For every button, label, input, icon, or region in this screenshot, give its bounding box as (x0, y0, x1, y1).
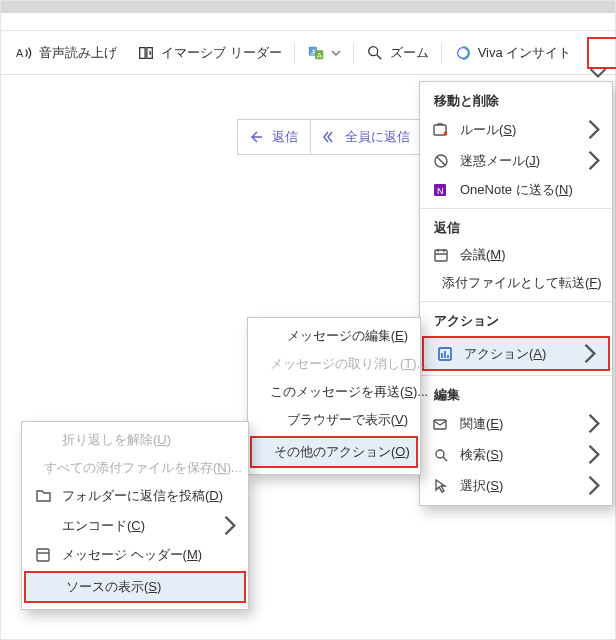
search-icon (432, 446, 450, 464)
select-icon (432, 477, 450, 495)
menu-item-other-actions[interactable]: その他のアクション(O) (252, 438, 416, 466)
viva-insights-label: Viva インサイト (478, 44, 572, 62)
blank-icon (260, 327, 277, 345)
chevron-down-icon (331, 44, 341, 62)
menu-item-message-header[interactable]: メッセージ ヘッダー(M) (22, 541, 248, 569)
reply-bar: 返信 全員に返信 (237, 119, 423, 155)
svg-text:A: A (317, 50, 322, 59)
related-icon (432, 415, 450, 433)
menu-item-label: アクション(A) (464, 345, 546, 363)
immersive-reader-icon (137, 44, 155, 62)
menu-item-edit-message[interactable]: メッセージの編集(E) (248, 322, 420, 350)
junk-icon (432, 152, 450, 170)
menu-item-recall-message: メッセージの取り消し(T)... (248, 350, 420, 378)
menu-item-view-browser[interactable]: ブラウザーで表示(V) (248, 406, 420, 434)
highlight-more-button (587, 37, 616, 69)
chevron-right-icon (586, 475, 600, 496)
svg-text:N: N (437, 186, 444, 196)
svg-rect-23 (37, 549, 49, 561)
blank-icon (34, 431, 52, 449)
viva-insights-icon (454, 44, 472, 62)
more-menu: 移動と削除 ルール(S) 迷惑メール(J) N OneNote に送る(N) 返… (419, 81, 613, 506)
section-edit: 編集 (420, 380, 612, 408)
blank-icon (260, 411, 277, 429)
reply-button[interactable]: 返信 (238, 120, 311, 154)
ribbon-collapse-chevron[interactable] (589, 65, 607, 79)
more-button[interactable] (591, 41, 616, 65)
reply-icon (250, 129, 266, 145)
chevron-right-icon (222, 515, 236, 536)
menu-item-rules[interactable]: ルール(S) (420, 114, 612, 145)
chevron-right-icon (586, 119, 600, 140)
onenote-icon: N (432, 181, 450, 199)
blank-icon (38, 578, 56, 596)
chevron-right-icon (586, 444, 600, 465)
menu-item-resend-message[interactable]: このメッセージを再送(S)... (248, 378, 420, 406)
menu-item-label: 迷惑メール(J) (460, 152, 540, 170)
menu-item-label: ブラウザーで表示(V) (287, 411, 408, 429)
menu-item-unflag: 折り返しを解除(U) (22, 426, 248, 454)
ribbon-toolbar: A 音声読み上げ イマーシブ リーダー あA ズーム (1, 31, 615, 75)
highlight-actions: アクション(A) (422, 336, 610, 371)
highlight-other-actions: その他のアクション(O) (250, 436, 418, 468)
menu-item-label: このメッセージを再送(S)... (270, 383, 428, 401)
svg-rect-9 (434, 125, 446, 135)
menu-item-label: メッセージ ヘッダー(M) (62, 546, 202, 564)
actions-submenu: メッセージの編集(E) メッセージの取り消し(T)... このメッセージを再送(… (247, 317, 421, 475)
menu-item-select[interactable]: 選択(S) (420, 470, 612, 501)
reply-all-icon (323, 129, 339, 145)
menu-item-label: すべての添付ファイルを保存(N)... (44, 459, 242, 477)
menu-item-label: 検索(S) (460, 446, 503, 464)
read-aloud-label: 音声読み上げ (39, 44, 117, 62)
menu-item-label: OneNote に送る(N) (460, 181, 573, 199)
menu-item-post-reply-folder[interactable]: フォルダーに返信を投稿(D) (22, 482, 248, 510)
zoom-button[interactable]: ズーム (356, 38, 439, 68)
menu-item-label: ソースの表示(S) (66, 578, 161, 596)
chevron-right-icon (586, 413, 600, 434)
immersive-reader-label: イマーシブ リーダー (161, 44, 282, 62)
chevron-right-icon (586, 150, 600, 171)
svg-rect-13 (435, 250, 447, 261)
post-reply-folder-icon (34, 487, 52, 505)
zoom-label: ズーム (390, 44, 429, 62)
highlight-view-source: ソースの表示(S) (24, 571, 246, 603)
menu-item-meeting[interactable]: 会議(M) (420, 241, 612, 269)
read-aloud-icon: A (15, 44, 33, 62)
svg-point-17 (436, 450, 444, 458)
menu-item-save-all-attachments: すべての添付ファイルを保存(N)... (22, 454, 248, 482)
menu-item-label: フォルダーに返信を投稿(D) (62, 487, 223, 505)
reply-all-label: 全員に返信 (345, 128, 410, 146)
menu-item-label: ルール(S) (460, 121, 516, 139)
svg-point-5 (368, 46, 377, 55)
section-actions: アクション (420, 306, 612, 334)
menu-item-onenote[interactable]: N OneNote に送る(N) (420, 176, 612, 204)
menu-item-junk[interactable]: 迷惑メール(J) (420, 145, 612, 176)
menu-item-actions[interactable]: アクション(A) (424, 338, 608, 369)
menu-item-forward-attachment[interactable]: 添付ファイルとして転送(F) (420, 269, 612, 297)
meeting-icon (432, 246, 450, 264)
read-aloud-button[interactable]: A 音声読み上げ (5, 38, 127, 68)
menu-item-label: 添付ファイルとして転送(F) (442, 274, 602, 292)
actions-icon (436, 345, 454, 363)
menu-item-label: 折り返しを解除(U) (62, 431, 171, 449)
viva-insights-button[interactable]: Viva インサイト (444, 38, 582, 68)
menu-item-label: 関連(E) (460, 415, 503, 433)
svg-text:A: A (16, 46, 24, 58)
menu-item-view-source[interactable]: ソースの表示(S) (26, 573, 244, 601)
translate-button[interactable]: あA (297, 38, 351, 68)
menu-item-related[interactable]: 関連(E) (420, 408, 612, 439)
menu-item-label: その他のアクション(O) (274, 443, 410, 461)
menu-item-label: メッセージの取り消し(T)... (270, 355, 427, 373)
reply-all-button[interactable]: 全員に返信 (311, 120, 422, 154)
menu-item-search[interactable]: 検索(S) (420, 439, 612, 470)
immersive-reader-button[interactable]: イマーシブ リーダー (127, 38, 292, 68)
message-header-icon (34, 546, 52, 564)
menu-item-label: 選択(S) (460, 477, 503, 495)
blank-icon (34, 517, 52, 535)
reply-label: 返信 (272, 128, 298, 146)
menu-item-encode[interactable]: エンコード(C) (22, 510, 248, 541)
section-move-delete: 移動と削除 (420, 86, 612, 114)
zoom-icon (366, 44, 384, 62)
menu-item-label: エンコード(C) (62, 517, 145, 535)
menu-item-label: 会議(M) (460, 246, 506, 264)
